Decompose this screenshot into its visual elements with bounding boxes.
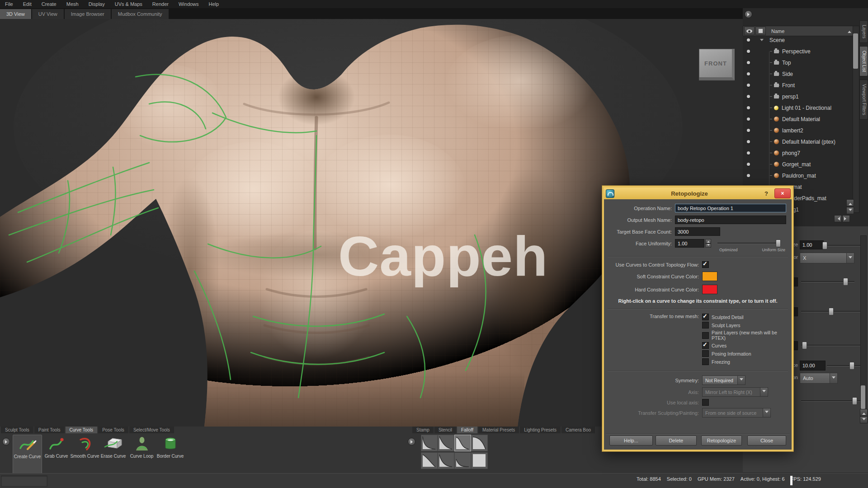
props-scrollbar-thumb[interactable] (861, 385, 865, 409)
tree-item-persp1[interactable]: persp1 (743, 91, 853, 102)
tab-paint-tools[interactable]: Paint Tools (34, 427, 65, 433)
tree-item-front[interactable]: Front (743, 80, 853, 91)
slider-c-knob[interactable] (802, 342, 807, 349)
name-column-header[interactable]: Name (771, 28, 848, 34)
menu-help[interactable]: Help (204, 1, 224, 7)
dialog-title-bar[interactable]: Retopologize ? × (604, 188, 792, 199)
visibility-dot[interactable] (747, 129, 750, 132)
tab-stencil[interactable]: Stencil (434, 427, 456, 433)
tree-item-top[interactable]: Top (743, 57, 853, 68)
falloff-preset-2[interactable] (438, 435, 454, 451)
distance-slider[interactable] (827, 365, 860, 366)
tree-item-pauldron-mat[interactable]: Pauldron_mat (743, 170, 853, 181)
tool-create-curve[interactable]: Create Curve (13, 435, 42, 474)
tab-curve-tools[interactable]: Curve Tools (66, 427, 98, 433)
direction-dropdown[interactable]: Auto (800, 373, 838, 384)
size-slider[interactable] (823, 245, 863, 246)
freezing-checkbox[interactable] (702, 358, 709, 365)
tab-material-presets[interactable]: Material Presets (478, 427, 519, 433)
tab-image-browser[interactable]: Image Browser (65, 9, 111, 19)
mirror-dropdown[interactable]: X (800, 253, 854, 263)
tree-item-lambert2[interactable]: lambert2 (743, 125, 853, 136)
visibility-dot[interactable] (747, 151, 750, 155)
visibility-dot[interactable] (747, 117, 750, 121)
falloff-preset-7[interactable] (454, 452, 471, 469)
tab-sculpt-tools[interactable]: Sculpt Tools (1, 427, 33, 433)
scroll-up-button[interactable] (846, 199, 854, 206)
menu-windows[interactable]: Windows (174, 1, 204, 7)
close-button[interactable]: Close (747, 436, 786, 446)
tab-layers[interactable]: Layers (859, 20, 868, 43)
tab-viewport-filters[interactable]: Viewport Filters (859, 80, 868, 120)
scroll-down-button[interactable] (846, 207, 854, 214)
menu-create[interactable]: Create (37, 1, 61, 7)
tool-border-curve[interactable]: Border Curve (156, 435, 184, 473)
use-curves-checkbox[interactable] (702, 261, 709, 268)
visibility-dot[interactable] (747, 174, 750, 177)
view-cube[interactable]: FRONT (699, 49, 735, 80)
sort-arrow-icon[interactable] (848, 29, 851, 33)
slider-c[interactable] (801, 345, 863, 346)
scrollbar-thumb[interactable] (853, 33, 858, 69)
falloff-preset-3-selected[interactable] (454, 435, 471, 451)
soft-constraint-color-swatch[interactable] (702, 272, 717, 281)
distance-slider-knob[interactable] (849, 362, 854, 370)
falloff-preset-5[interactable] (421, 452, 438, 469)
tab-3d-view[interactable]: 3D View (0, 9, 31, 19)
menu-uvs-maps[interactable]: UVs & Maps (110, 1, 147, 7)
falloff-preset-6[interactable] (438, 452, 454, 469)
tab-uv-view[interactable]: UV View (32, 9, 64, 19)
retopologize-dialog[interactable]: Retopologize ? × Operation Name: body Re… (602, 186, 793, 451)
visibility-dot[interactable] (747, 163, 750, 166)
menu-display[interactable]: Display (84, 1, 110, 7)
menu-render[interactable]: Render (147, 1, 174, 7)
distance-input[interactable]: 10.00 (800, 361, 826, 371)
tab-pose-tools[interactable]: Pose Tools (98, 427, 128, 433)
scroll-left-button[interactable] (834, 215, 842, 222)
tab-falloff[interactable]: Falloff (457, 427, 477, 433)
face-uniformity-input[interactable]: 1.00 (675, 239, 704, 248)
tree-item-perspective[interactable]: Perspective (743, 46, 853, 57)
falloff-preset-8[interactable] (471, 452, 488, 469)
option-freezing[interactable]: Freezing (702, 358, 786, 365)
posing-information-checkbox[interactable] (702, 350, 709, 357)
operation-name-input[interactable]: body Retopo Operation 1 (675, 204, 786, 212)
slider-b-knob[interactable] (829, 308, 834, 315)
visibility-dot[interactable] (747, 50, 750, 53)
sculpt-layers-checkbox[interactable] (702, 322, 709, 328)
tree-item-side[interactable]: Side (743, 68, 853, 80)
visibility-dot[interactable] (747, 61, 750, 64)
visibility-dot[interactable] (747, 140, 750, 143)
tab-mudbox-community[interactable]: Mudbox Community (112, 9, 169, 19)
tool-smooth-curve[interactable]: Smooth Curve (71, 435, 99, 473)
delete-button[interactable]: Delete (656, 436, 697, 446)
tree-item-light01[interactable]: Light 01 - Directional (743, 102, 853, 113)
tab-stamp[interactable]: Stamp (412, 427, 434, 433)
slider-d-knob[interactable] (852, 397, 857, 405)
tree-item-scene[interactable]: Scene (743, 34, 853, 46)
symmetry-dropdown[interactable]: Not Required (702, 375, 745, 385)
tab-camera-bookmarks[interactable]: Camera Boo (561, 427, 595, 433)
visibility-dot[interactable] (747, 38, 750, 42)
face-uniformity-slider[interactable] (717, 243, 781, 244)
tree-item-gorget-mat[interactable]: Gorget_mat (743, 159, 853, 170)
output-mesh-name-input[interactable]: body-retopo (675, 216, 786, 224)
sculpted-detail-checkbox[interactable] (702, 314, 709, 320)
falloff-preset-4[interactable] (471, 435, 488, 451)
menu-mesh[interactable]: Mesh (61, 1, 84, 7)
menu-edit[interactable]: Edit (18, 1, 37, 7)
tree-item-phong7[interactable]: phong7 (743, 147, 853, 159)
tool-curve-loop[interactable]: Curve Loop (127, 435, 156, 473)
face-uniformity-slider-knob[interactable] (776, 239, 781, 247)
option-posing-information[interactable]: Posing Information (702, 350, 786, 357)
face-uniformity-stepper[interactable] (705, 239, 711, 248)
slider-a-knob[interactable] (843, 278, 848, 286)
dialog-close-button[interactable]: × (774, 188, 791, 198)
option-paint-layers[interactable]: Paint Layers (new mesh will be PTEX) (702, 330, 786, 341)
tree-item-default-material[interactable]: Default Material (743, 113, 853, 125)
preset-tray-expander-icon[interactable] (408, 438, 415, 446)
props-scroll-up-button[interactable] (860, 409, 868, 416)
dialog-help-button[interactable]: ? (764, 190, 768, 197)
curves-checkbox[interactable] (702, 342, 709, 349)
props-scroll-down-button[interactable] (860, 416, 868, 423)
